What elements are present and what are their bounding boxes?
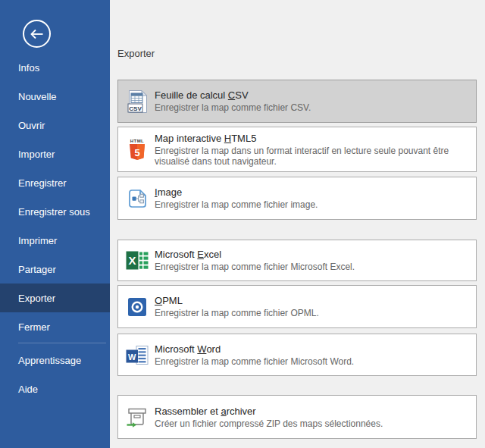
- export-option-title: Rassembler et archiver: [155, 406, 468, 417]
- export-option-image[interactable]: Image Enregistrer la map comme fichier i…: [117, 177, 477, 220]
- word-icon: W: [126, 345, 149, 365]
- export-option-word[interactable]: W Microsoft Word Enregistrer la map comm…: [117, 334, 477, 376]
- svg-text:W: W: [128, 352, 136, 361]
- sidebar-nav: Infos Nouvelle Ouvrir Importer Enregistr…: [0, 53, 110, 403]
- export-options-list: CSV Feuille de calcul CSV Enregistrer la…: [117, 80, 477, 439]
- sidebar-item-enregistrer[interactable]: Enregistrer: [0, 168, 110, 197]
- export-option-description: Enregistrer la map dans un format intera…: [155, 146, 468, 167]
- sidebar-item-importer[interactable]: Importer: [0, 139, 110, 168]
- export-option-description: Créer un fichier compressé ZIP des maps …: [155, 418, 468, 429]
- sidebar-item-imprimer[interactable]: Imprimer: [0, 226, 110, 255]
- page-title: Exporter: [117, 48, 155, 59]
- export-option-text: Rassembler et archiver Créer un fichier …: [155, 406, 468, 429]
- export-option-text: Microsoft Excel Enregistrer la map comme…: [155, 249, 468, 272]
- back-button[interactable]: [23, 20, 51, 48]
- export-option-collect-archive[interactable]: Rassembler et archiver Créer un fichier …: [117, 395, 477, 439]
- sidebar-item-nouvelle[interactable]: Nouvelle: [0, 82, 110, 111]
- sidebar-item-apprentissage[interactable]: Apprentissage: [0, 346, 110, 374]
- export-option-text: Image Enregistrer la map comme fichier i…: [155, 186, 468, 210]
- sidebar-item-ouvrir[interactable]: Ouvrir: [0, 111, 110, 139]
- export-panel: Exporter CSV Feuille de calcul CSV Enreg…: [110, 0, 485, 448]
- export-option-title: Image: [155, 186, 468, 198]
- svg-text:CSV: CSV: [129, 105, 142, 111]
- export-option-description: Enregistrer la map comme fichier image.: [155, 199, 468, 210]
- export-option-title: OPML: [155, 295, 468, 306]
- svg-text:HTML: HTML: [130, 138, 144, 143]
- svg-text:X: X: [128, 254, 136, 267]
- export-option-description: Enregistrer la map comme fichier Microso…: [155, 262, 468, 272]
- export-option-title: Feuille de calcul CSV: [155, 89, 468, 101]
- csv-spreadsheet-icon: CSV: [126, 89, 149, 114]
- export-option-text: Microsoft Word Enregistrer la map comme …: [155, 343, 468, 367]
- export-option-description: Enregistrer la map comme fichier Microso…: [155, 356, 468, 367]
- backstage-sidebar: Infos Nouvelle Ouvrir Importer Enregistr…: [0, 0, 110, 448]
- opml-icon: [126, 297, 149, 317]
- sidebar-item-exporter[interactable]: Exporter: [0, 284, 110, 312]
- excel-icon: X: [126, 250, 149, 271]
- export-option-text: Feuille de calcul CSV Enregistrer la map…: [155, 89, 468, 113]
- sidebar-divider: [18, 343, 106, 343]
- back-arrow-icon: [30, 29, 45, 39]
- export-option-opml[interactable]: OPML Enregistrer la map comme fichier OP…: [117, 285, 477, 328]
- export-option-description: Enregistrer la map comme fichier CSV.: [155, 102, 468, 113]
- export-option-excel[interactable]: X Microsoft Excel Enregistrer la map com…: [117, 240, 477, 281]
- export-option-title: Map interactive HTML5: [155, 133, 468, 144]
- sidebar-item-enregistrer-sous[interactable]: Enregistrer sous: [0, 197, 110, 226]
- export-option-title: Microsoft Word: [155, 343, 468, 355]
- export-option-csv[interactable]: CSV Feuille de calcul CSV Enregistrer la…: [117, 80, 477, 123]
- export-option-text: Map interactive HTML5 Enregistrer la map…: [155, 133, 468, 167]
- svg-text:5: 5: [134, 146, 139, 158]
- export-option-html5[interactable]: HTML 5 Map interactive HTML5 Enregistrer…: [117, 127, 477, 172]
- export-option-text: OPML Enregistrer la map comme fichier OP…: [155, 295, 468, 318]
- image-export-icon: [126, 188, 149, 209]
- sidebar-item-fermer[interactable]: Fermer: [0, 312, 110, 341]
- export-option-title: Microsoft Excel: [155, 249, 468, 260]
- export-option-description: Enregistrer la map comme fichier OPML.: [155, 308, 468, 318]
- sidebar-item-infos[interactable]: Infos: [0, 53, 110, 82]
- collect-archive-icon: [126, 407, 149, 428]
- sidebar-item-partager[interactable]: Partager: [0, 255, 110, 284]
- html5-icon: HTML 5: [126, 138, 149, 161]
- sidebar-item-aide[interactable]: Aide: [0, 374, 110, 403]
